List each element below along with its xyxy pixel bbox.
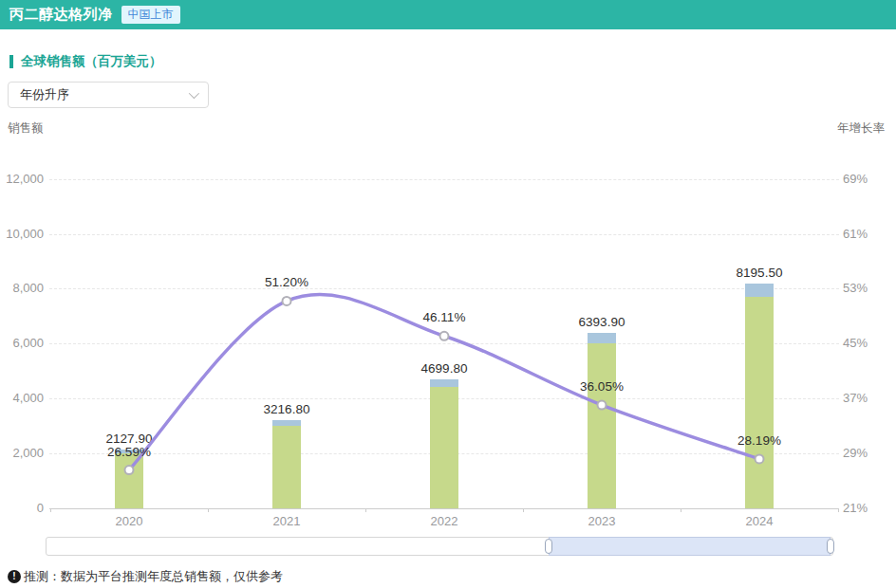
left-axis-tick: 10,000 — [0, 227, 44, 241]
x-axis-tick — [365, 508, 366, 512]
bar-body — [588, 343, 616, 508]
sales-chart-page: 丙二醇达格列净 中国上市 全球销售额（百万美元） 年份升序 销售额 年增长率 1… — [0, 0, 896, 588]
right-axis-tick: 61% — [843, 227, 868, 241]
bar-value-label: 8195.50 — [737, 266, 783, 280]
left-axis-tick: 2,000 — [0, 446, 44, 460]
sales-bar-2022[interactable] — [430, 379, 458, 508]
x-category-label: 2021 — [273, 514, 301, 528]
growth-rate-label: 36.05% — [580, 379, 624, 394]
page-title: 丙二醇达格列净 — [9, 6, 113, 24]
x-axis-tick — [838, 508, 839, 512]
x-category-label: 2024 — [746, 514, 774, 528]
header-bar: 丙二醇达格列净 中国上市 — [0, 0, 896, 29]
x-axis-tick — [523, 508, 524, 512]
section-header: 全球销售额（百万美元） — [9, 53, 162, 70]
bar-body — [430, 387, 458, 508]
left-axis-tick: 12,000 — [0, 172, 44, 186]
x-axis-tick — [208, 508, 209, 512]
gridline — [49, 234, 839, 235]
growth-rate-label: 28.19% — [737, 433, 781, 448]
left-axis-tick: 0 — [0, 501, 44, 515]
right-axis-tick: 45% — [843, 336, 868, 350]
chevron-down-icon — [189, 88, 199, 99]
right-axis-tick: 29% — [843, 446, 868, 460]
bar-value-label: 6393.90 — [579, 315, 625, 329]
data-zoom-selected-range[interactable] — [549, 537, 831, 556]
x-category-label: 2023 — [588, 514, 616, 528]
left-axis-tick: 8,000 — [0, 281, 44, 295]
growth-point-2022[interactable] — [440, 332, 449, 340]
bar-value-label: 4699.80 — [421, 361, 468, 376]
bar-top-segment — [430, 379, 458, 387]
growth-point-2021[interactable] — [283, 297, 291, 305]
left-axis-title: 销售额 — [8, 120, 44, 137]
sort-order-value: 年份升序 — [20, 86, 69, 103]
left-axis-tick: 6,000 — [0, 336, 44, 350]
sales-bar-2021[interactable] — [272, 420, 301, 508]
data-zoom-left-handle[interactable] — [545, 539, 552, 554]
right-axis-tick: 53% — [843, 281, 868, 295]
sales-bar-2024[interactable] — [745, 284, 774, 508]
section-title: 全球销售额（百万美元） — [21, 53, 162, 70]
x-axis-tick — [50, 508, 51, 512]
growth-rate-label: 51.20% — [265, 275, 308, 289]
x-axis-line — [49, 508, 839, 509]
bar-body — [115, 453, 143, 508]
gridline — [49, 288, 839, 289]
right-axis-title: 年增长率 — [837, 120, 885, 137]
right-axis-tick: 37% — [843, 391, 868, 405]
x-axis-tick — [681, 508, 681, 512]
disclaimer-text: 推测：数据为平台推测年度总销售额，仅供参考 — [24, 568, 283, 585]
bar-body — [272, 426, 301, 508]
bar-top-segment — [588, 333, 616, 343]
bar-top-segment — [745, 284, 774, 297]
info-icon: ! — [8, 570, 21, 583]
sort-order-dropdown[interactable]: 年份升序 — [8, 82, 209, 108]
left-axis-tick: 4,000 — [0, 391, 44, 405]
gridline — [49, 343, 839, 344]
growth-rate-label: 26.59% — [107, 445, 151, 459]
sales-bar-2023[interactable] — [588, 333, 616, 508]
sales-bar-2020[interactable] — [115, 450, 143, 508]
right-axis-tick: 21% — [843, 501, 868, 515]
disclaimer-note: ! 推测：数据为平台推测年度总销售额，仅供参考 — [8, 568, 283, 585]
bar-value-label: 3216.80 — [264, 402, 310, 416]
right-axis-tick: 69% — [843, 172, 868, 186]
data-zoom-slider[interactable] — [46, 537, 833, 556]
growth-rate-label: 46.11% — [423, 310, 466, 324]
x-category-label: 2020 — [116, 514, 143, 528]
bar-body — [745, 297, 774, 508]
x-category-label: 2022 — [431, 514, 458, 528]
data-zoom-right-handle[interactable] — [827, 539, 834, 554]
gridline — [49, 179, 839, 180]
listed-status-badge: 中国上市 — [121, 6, 180, 24]
accent-bar — [9, 55, 13, 68]
